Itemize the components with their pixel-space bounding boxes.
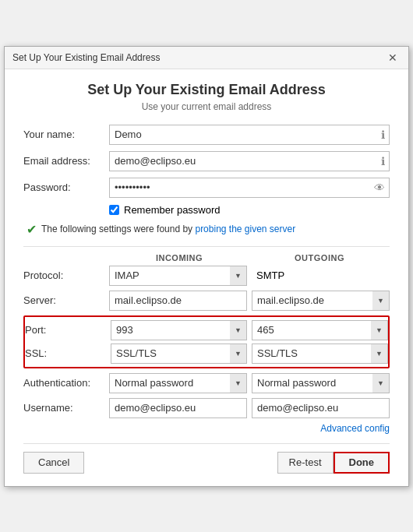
incoming-header: INCOMING	[109, 253, 249, 262]
right-buttons: Re-test Done	[277, 452, 390, 474]
dialog-header: Set Up Your Existing Email Address Use y…	[23, 82, 390, 112]
info-icon-email: ℹ	[381, 155, 385, 167]
info-icon: ℹ	[381, 129, 385, 141]
your-name-row: Your name: ℹ	[23, 125, 390, 145]
outgoing-protocol-col: SMTP	[252, 266, 390, 286]
server-headers: INCOMING OUTGOING	[109, 253, 390, 262]
divider-top	[23, 246, 390, 247]
incoming-protocol-col: IMAP ▼	[109, 266, 247, 286]
your-name-input-wrap: ℹ	[109, 125, 390, 145]
your-name-label: Your name:	[23, 129, 109, 140]
protocol-inputs: IMAP ▼ SMTP	[109, 266, 390, 286]
protocol-label: Protocol:	[23, 270, 109, 281]
close-button[interactable]: ✕	[385, 51, 401, 64]
outgoing-server-input[interactable]	[252, 291, 390, 311]
outgoing-protocol-text: SMTP	[252, 270, 284, 281]
incoming-port-col: 993 ▼	[111, 320, 247, 340]
ssl-inputs: SSL/TLS ▼ SSL/TLS ▼	[111, 344, 388, 364]
email-input-wrap: ℹ	[109, 151, 390, 171]
outgoing-ssl-col: SSL/TLS ▼	[252, 344, 388, 364]
incoming-auth-select[interactable]: Normal password	[109, 373, 247, 393]
password-label: Password:	[23, 181, 109, 193]
incoming-ssl-select[interactable]: SSL/TLS	[111, 344, 247, 364]
outgoing-port-col: 465 ▼	[252, 320, 388, 340]
outgoing-port-select[interactable]: 465	[252, 320, 388, 340]
probing-success-row: ✔ The following settings were found by p…	[23, 222, 390, 237]
protocol-row: Protocol: IMAP ▼ SMTP	[23, 266, 390, 286]
outgoing-auth-select[interactable]: Normal password	[252, 373, 390, 393]
ssl-label: SSL:	[25, 347, 111, 359]
username-label: Username:	[23, 402, 109, 414]
dialog-body: Set Up Your Existing Email Address Use y…	[5, 69, 408, 486]
cancel-button[interactable]: Cancel	[23, 452, 84, 474]
incoming-auth-col: Normal password ▼	[109, 373, 247, 393]
incoming-protocol-select[interactable]: IMAP	[109, 266, 247, 286]
outgoing-username-col	[252, 398, 390, 418]
footer-row: Advanced config	[23, 423, 390, 434]
incoming-server-col	[109, 291, 247, 311]
incoming-username-col	[109, 398, 247, 418]
dialog-subtitle: Use your current email address	[23, 101, 390, 112]
outgoing-username-input[interactable]	[252, 398, 390, 418]
password-input-wrap: 👁	[109, 178, 390, 198]
remember-password-checkbox[interactable]	[109, 205, 119, 215]
title-bar-text: Set Up Your Existing Email Address	[12, 52, 160, 63]
port-row: Port: 993 ▼ 465 ▼	[25, 320, 388, 340]
server-row: Server: ▼	[23, 291, 390, 311]
auth-row: Authentication: Normal password ▼ Normal…	[23, 373, 390, 393]
incoming-ssl-col: SSL/TLS ▼	[111, 344, 247, 364]
remember-password-label: Remember password	[124, 204, 221, 216]
email-row: Email address: ℹ	[23, 151, 390, 171]
dialog-title: Set Up Your Existing Email Address	[23, 82, 390, 98]
outgoing-auth-col: Normal password ▼	[252, 373, 390, 393]
username-inputs	[109, 398, 390, 418]
probing-message: The following settings were found by pro…	[41, 224, 295, 234]
port-inputs: 993 ▼ 465 ▼	[111, 320, 388, 340]
email-input[interactable]	[109, 151, 390, 171]
email-label: Email address:	[23, 155, 109, 167]
eye-icon[interactable]: 👁	[374, 181, 385, 194]
incoming-server-input[interactable]	[109, 291, 247, 311]
your-name-input[interactable]	[109, 125, 390, 145]
outgoing-header: OUTGOING	[249, 253, 390, 262]
highlighted-port-ssl: Port: 993 ▼ 465 ▼	[23, 315, 390, 368]
checkmark-icon: ✔	[26, 222, 37, 237]
server-label: Server:	[23, 294, 109, 306]
outgoing-ssl-select[interactable]: SSL/TLS	[252, 344, 388, 364]
title-bar: Set Up Your Existing Email Address ✕	[5, 47, 408, 69]
probing-link[interactable]: probing the given server	[195, 224, 295, 234]
auth-label: Authentication:	[23, 377, 109, 389]
outgoing-server-col: ▼	[252, 291, 390, 311]
password-row: Password: 👁	[23, 178, 390, 198]
ssl-row: SSL: SSL/TLS ▼ SSL/TLS ▼	[25, 344, 388, 364]
dialog: Set Up Your Existing Email Address ✕ Set…	[4, 46, 409, 487]
done-button[interactable]: Done	[334, 452, 390, 474]
auth-inputs: Normal password ▼ Normal password ▼	[109, 373, 390, 393]
button-row: Cancel Re-test Done	[23, 443, 390, 474]
password-input[interactable]	[109, 178, 390, 198]
remember-password-row: Remember password	[109, 204, 390, 216]
server-inputs: ▼	[109, 291, 390, 311]
retest-button[interactable]: Re-test	[277, 452, 334, 474]
incoming-port-select[interactable]: 993	[111, 320, 247, 340]
port-label: Port:	[25, 324, 111, 336]
username-row: Username:	[23, 398, 390, 418]
incoming-username-input[interactable]	[109, 398, 247, 418]
advanced-config-link[interactable]: Advanced config	[320, 423, 390, 434]
